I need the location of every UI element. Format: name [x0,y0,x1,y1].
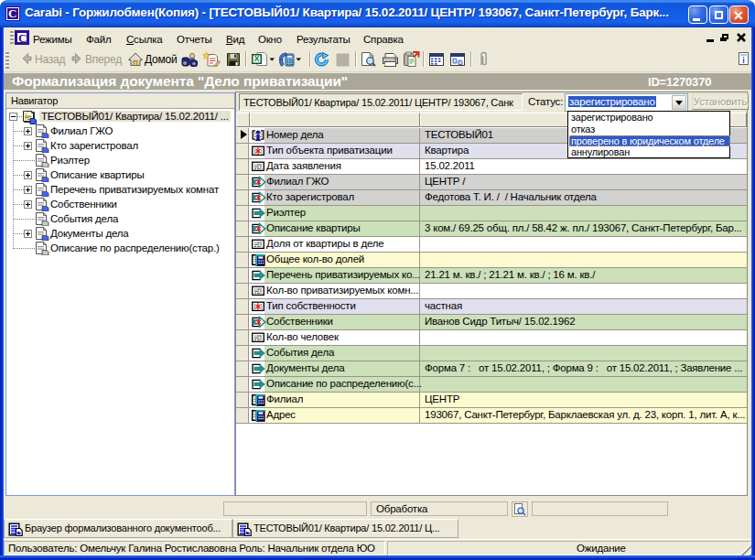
svg-text:X: X [254,54,260,63]
svg-text:i: i [742,56,744,65]
